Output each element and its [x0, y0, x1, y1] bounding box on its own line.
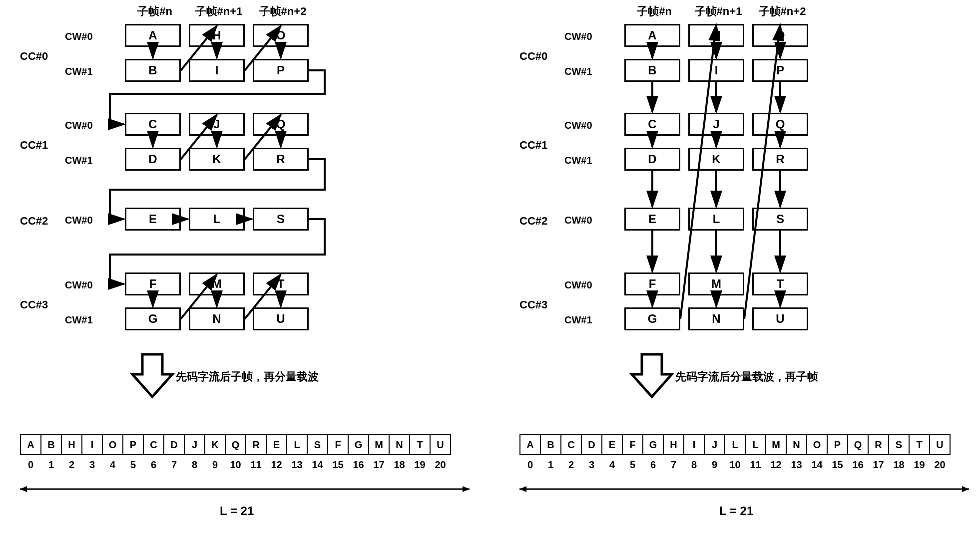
seq-cell: U	[430, 434, 451, 455]
seq-index: 10	[225, 459, 246, 471]
cc-label-2-r: CC#2	[519, 215, 564, 228]
cell-T-r: T	[752, 272, 808, 295]
cell-U: U	[253, 307, 309, 330]
seq-index: 13	[786, 459, 807, 471]
svg-marker-41	[519, 486, 526, 492]
cell-S-r: S	[752, 208, 808, 231]
seq-index: 12	[765, 459, 787, 471]
cc-label-2: CC#2	[20, 215, 65, 228]
left-idx: 01234567891011121314151617181920	[20, 459, 450, 471]
cell-R: R	[253, 148, 309, 171]
seq-index: 11	[245, 459, 267, 471]
cell-O-r: O	[752, 24, 808, 47]
cell-C: C	[125, 113, 181, 136]
seq-index: 15	[327, 459, 349, 471]
cw-label-00: CW#0	[65, 31, 110, 42]
cw-label-10-r: CW#0	[564, 120, 609, 131]
seq-cell: A	[519, 434, 541, 455]
cell-E: E	[125, 208, 181, 231]
seq-index: 4	[601, 459, 623, 471]
seq-cell: C	[143, 434, 164, 455]
cc-label-0-r: CC#0	[519, 50, 564, 63]
seq-index: 14	[806, 459, 828, 471]
seq-index: 15	[827, 459, 848, 471]
seq-index: 8	[184, 459, 205, 471]
seq-index: 1	[40, 459, 62, 471]
seq-index: 7	[663, 459, 684, 471]
seq-index: 7	[163, 459, 185, 471]
seq-cell: G	[642, 434, 664, 455]
subframe-label-n: 子帧#n	[125, 4, 185, 19]
seq-cell: O	[806, 434, 828, 455]
seq-index: 3	[581, 459, 602, 471]
cw-label-10: CW#0	[65, 120, 110, 131]
cw-label-01: CW#1	[65, 66, 110, 77]
cell-D: D	[125, 148, 181, 171]
subframe-label-n1: 子帧#n+1	[189, 4, 249, 19]
seq-index: 20	[929, 459, 951, 471]
seq-index: 18	[389, 459, 410, 471]
cell-I: I	[189, 59, 245, 82]
seq-cell: J	[704, 434, 725, 455]
cell-B: B	[125, 59, 181, 82]
cw-label-11-r: CW#1	[564, 155, 609, 166]
seq-index: 12	[266, 459, 287, 471]
cw-label-00-r: CW#0	[564, 31, 609, 42]
left-caption: 先码字流后子帧，再分量载波	[176, 369, 319, 384]
seq-index: 6	[143, 459, 164, 471]
cc-label-1-r: CC#1	[519, 139, 564, 152]
cell-K: K	[189, 148, 245, 171]
cc-label-3-r: CC#3	[519, 298, 564, 311]
seq-cell: Q	[225, 434, 246, 455]
seq-cell: S	[307, 434, 328, 455]
cell-S: S	[253, 208, 309, 231]
seq-cell: T	[909, 434, 930, 455]
seq-index: 13	[286, 459, 308, 471]
cell-R-r: R	[752, 148, 808, 171]
svg-marker-42	[962, 486, 969, 492]
seq-cell: S	[888, 434, 910, 455]
seq-cell: I	[683, 434, 705, 455]
seq-cell: D	[163, 434, 185, 455]
seq-index: 17	[868, 459, 889, 471]
subframe-label-n1-r: 子帧#n+1	[688, 4, 748, 19]
cw-label-30: CW#0	[65, 279, 110, 291]
seq-cell: H	[61, 434, 82, 455]
right-L: L = 21	[719, 504, 753, 518]
svg-marker-18	[20, 486, 27, 492]
seq-cell: N	[786, 434, 807, 455]
cell-U-r: U	[752, 307, 808, 330]
cell-L: L	[189, 208, 245, 231]
seq-index: 2	[61, 459, 82, 471]
arrows-right	[519, 0, 979, 536]
cell-C-r: C	[624, 113, 680, 136]
seq-index: 0	[20, 459, 41, 471]
seq-cell: I	[81, 434, 103, 455]
seq-cell: R	[245, 434, 267, 455]
seq-cell: A	[20, 434, 41, 455]
seq-index: 11	[745, 459, 766, 471]
cell-A: A	[125, 24, 181, 47]
svg-marker-19	[463, 486, 470, 492]
seq-cell: P	[122, 434, 144, 455]
cw-label-11: CW#1	[65, 155, 110, 166]
right-caption: 先码字流后分量载波，再子帧	[675, 369, 818, 384]
subframe-label-n2: 子帧#n+2	[253, 4, 313, 19]
seq-index: 2	[560, 459, 582, 471]
seq-cell: F	[327, 434, 349, 455]
seq-index: 18	[888, 459, 910, 471]
cell-K-r: K	[688, 148, 744, 171]
seq-cell: O	[102, 434, 123, 455]
seq-index: 0	[519, 459, 541, 471]
cell-F-r: F	[624, 272, 680, 295]
cell-T: T	[253, 272, 309, 295]
cell-D-r: D	[624, 148, 680, 171]
seq-cell: M	[765, 434, 787, 455]
seq-index: 16	[847, 459, 869, 471]
seq-cell: T	[409, 434, 431, 455]
seq-index: 5	[622, 459, 643, 471]
seq-cell: L	[745, 434, 766, 455]
seq-cell: D	[581, 434, 602, 455]
cw-label-31: CW#1	[65, 314, 110, 326]
seq-index: 6	[642, 459, 664, 471]
